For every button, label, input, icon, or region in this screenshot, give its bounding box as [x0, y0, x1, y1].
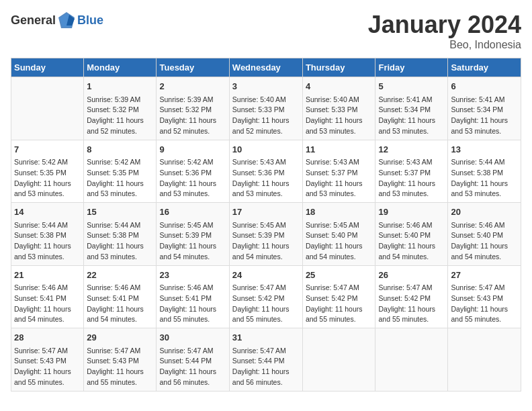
cell-content: Sunrise: 5:39 AM Sunset: 5:32 PM Dayligh… — [87, 95, 153, 137]
cell-content: Sunrise: 5:40 AM Sunset: 5:33 PM Dayligh… — [232, 95, 300, 137]
calendar-cell: 7Sunrise: 5:42 AM Sunset: 5:35 PM Daylig… — [11, 140, 84, 203]
cell-content: Sunrise: 5:43 AM Sunset: 5:37 PM Dayligh… — [378, 157, 445, 199]
calendar-cell: 31Sunrise: 5:47 AM Sunset: 5:44 PM Dayli… — [229, 328, 302, 392]
cell-content: Sunrise: 5:46 AM Sunset: 5:41 PM Dayligh… — [87, 283, 153, 325]
calendar-cell: 11Sunrise: 5:43 AM Sunset: 5:37 PM Dayli… — [302, 140, 375, 203]
cell-content: Sunrise: 5:47 AM Sunset: 5:42 PM Dayligh… — [306, 283, 373, 325]
cell-content: Sunrise: 5:40 AM Sunset: 5:33 PM Dayligh… — [306, 95, 373, 137]
day-number: 1 — [87, 80, 153, 93]
calendar-cell: 22Sunrise: 5:46 AM Sunset: 5:41 PM Dayli… — [84, 265, 157, 328]
day-number: 9 — [159, 143, 226, 156]
calendar-cell: 27Sunrise: 5:47 AM Sunset: 5:43 PM Dayli… — [448, 265, 521, 328]
header-cell-friday: Friday — [375, 58, 448, 77]
calendar-cell: 23Sunrise: 5:46 AM Sunset: 5:41 PM Dayli… — [157, 265, 229, 328]
week-row-3: 14Sunrise: 5:44 AM Sunset: 5:38 PM Dayli… — [11, 203, 521, 266]
cell-content: Sunrise: 5:47 AM Sunset: 5:43 PM Dayligh… — [14, 346, 81, 388]
calendar-cell: 20Sunrise: 5:46 AM Sunset: 5:40 PM Dayli… — [448, 203, 521, 266]
cell-content: Sunrise: 5:45 AM Sunset: 5:40 PM Dayligh… — [306, 220, 373, 263]
cell-content: Sunrise: 5:47 AM Sunset: 5:43 PM Dayligh… — [87, 346, 153, 388]
cell-content: Sunrise: 5:47 AM Sunset: 5:44 PM Dayligh… — [232, 346, 300, 388]
day-number: 24 — [232, 269, 300, 282]
day-number: 2 — [159, 80, 226, 93]
calendar-cell: 19Sunrise: 5:46 AM Sunset: 5:40 PM Dayli… — [375, 203, 448, 266]
day-number: 19 — [378, 205, 445, 219]
day-number: 13 — [451, 143, 518, 156]
calendar-table: SundayMondayTuesdayWednesdayThursdayFrid… — [11, 58, 521, 392]
header-cell-tuesday: Tuesday — [157, 58, 229, 77]
day-number: 15 — [87, 205, 153, 219]
header-row: SundayMondayTuesdayWednesdayThursdayFrid… — [11, 58, 521, 77]
cell-content: Sunrise: 5:47 AM Sunset: 5:43 PM Dayligh… — [451, 283, 518, 325]
week-row-5: 28Sunrise: 5:47 AM Sunset: 5:43 PM Dayli… — [11, 328, 521, 392]
header-cell-saturday: Saturday — [448, 58, 521, 77]
cell-content: Sunrise: 5:47 AM Sunset: 5:42 PM Dayligh… — [378, 283, 445, 325]
page-header: General Blue January 2024 Beo, Indonesia — [11, 11, 521, 51]
calendar-cell: 1Sunrise: 5:39 AM Sunset: 5:32 PM Daylig… — [84, 77, 157, 140]
cell-content: Sunrise: 5:43 AM Sunset: 5:36 PM Dayligh… — [232, 157, 300, 199]
location-title: Beo, Indonesia — [368, 39, 521, 51]
calendar-cell: 16Sunrise: 5:45 AM Sunset: 5:39 PM Dayli… — [157, 203, 229, 266]
day-number: 6 — [451, 80, 518, 93]
cell-content: Sunrise: 5:45 AM Sunset: 5:39 PM Dayligh… — [232, 220, 300, 263]
day-number: 21 — [14, 269, 81, 282]
day-number: 25 — [306, 269, 373, 282]
cell-content: Sunrise: 5:47 AM Sunset: 5:42 PM Dayligh… — [232, 283, 300, 325]
calendar-cell: 17Sunrise: 5:45 AM Sunset: 5:39 PM Dayli… — [229, 203, 302, 266]
calendar-cell: 6Sunrise: 5:41 AM Sunset: 5:34 PM Daylig… — [448, 77, 521, 140]
calendar-cell — [448, 328, 521, 392]
calendar-cell: 21Sunrise: 5:46 AM Sunset: 5:41 PM Dayli… — [11, 265, 84, 328]
day-number: 28 — [14, 331, 81, 345]
calendar-cell: 14Sunrise: 5:44 AM Sunset: 5:38 PM Dayli… — [11, 203, 84, 266]
week-row-2: 7Sunrise: 5:42 AM Sunset: 5:35 PM Daylig… — [11, 140, 521, 203]
header-cell-wednesday: Wednesday — [229, 58, 302, 77]
cell-content: Sunrise: 5:47 AM Sunset: 5:44 PM Dayligh… — [159, 346, 226, 388]
cell-content: Sunrise: 5:46 AM Sunset: 5:40 PM Dayligh… — [378, 220, 445, 263]
day-number: 30 — [159, 331, 226, 345]
day-number: 4 — [306, 80, 373, 93]
cell-content: Sunrise: 5:39 AM Sunset: 5:32 PM Dayligh… — [159, 95, 226, 137]
cell-content: Sunrise: 5:41 AM Sunset: 5:34 PM Dayligh… — [378, 95, 445, 137]
day-number: 12 — [378, 143, 445, 156]
day-number: 3 — [232, 80, 300, 93]
cell-content: Sunrise: 5:43 AM Sunset: 5:37 PM Dayligh… — [306, 157, 373, 199]
calendar-cell: 18Sunrise: 5:45 AM Sunset: 5:40 PM Dayli… — [302, 203, 375, 266]
calendar-cell: 8Sunrise: 5:42 AM Sunset: 5:35 PM Daylig… — [84, 140, 157, 203]
cell-content: Sunrise: 5:42 AM Sunset: 5:35 PM Dayligh… — [87, 157, 153, 199]
day-number: 8 — [87, 143, 153, 156]
day-number: 29 — [87, 331, 153, 345]
calendar-cell: 28Sunrise: 5:47 AM Sunset: 5:43 PM Dayli… — [11, 328, 84, 392]
logo-icon — [57, 11, 76, 30]
calendar-cell: 25Sunrise: 5:47 AM Sunset: 5:42 PM Dayli… — [302, 265, 375, 328]
day-number: 16 — [159, 205, 226, 219]
month-title: January 2024 — [368, 11, 521, 39]
cell-content: Sunrise: 5:42 AM Sunset: 5:35 PM Dayligh… — [14, 157, 81, 199]
calendar-cell — [302, 328, 375, 392]
cell-content: Sunrise: 5:44 AM Sunset: 5:38 PM Dayligh… — [451, 157, 518, 199]
day-number: 5 — [378, 80, 445, 93]
cell-content: Sunrise: 5:46 AM Sunset: 5:40 PM Dayligh… — [451, 220, 518, 263]
calendar-cell: 9Sunrise: 5:42 AM Sunset: 5:36 PM Daylig… — [157, 140, 229, 203]
calendar-cell: 29Sunrise: 5:47 AM Sunset: 5:43 PM Dayli… — [84, 328, 157, 392]
day-number: 10 — [232, 143, 300, 156]
cell-content: Sunrise: 5:44 AM Sunset: 5:38 PM Dayligh… — [14, 220, 81, 263]
calendar-cell: 12Sunrise: 5:43 AM Sunset: 5:37 PM Dayli… — [375, 140, 448, 203]
header-cell-sunday: Sunday — [11, 58, 84, 77]
cell-content: Sunrise: 5:46 AM Sunset: 5:41 PM Dayligh… — [159, 283, 226, 325]
logo: General Blue — [11, 11, 103, 30]
logo-blue: Blue — [77, 13, 103, 28]
week-row-4: 21Sunrise: 5:46 AM Sunset: 5:41 PM Dayli… — [11, 265, 521, 328]
header-cell-monday: Monday — [84, 58, 157, 77]
cell-content: Sunrise: 5:42 AM Sunset: 5:36 PM Dayligh… — [159, 157, 226, 199]
day-number: 20 — [451, 205, 518, 219]
day-number: 18 — [306, 205, 373, 219]
calendar-cell: 30Sunrise: 5:47 AM Sunset: 5:44 PM Dayli… — [157, 328, 229, 392]
calendar-cell: 3Sunrise: 5:40 AM Sunset: 5:33 PM Daylig… — [229, 77, 302, 140]
calendar-cell: 26Sunrise: 5:47 AM Sunset: 5:42 PM Dayli… — [375, 265, 448, 328]
calendar-cell — [11, 77, 84, 140]
day-number: 17 — [232, 205, 300, 219]
title-block: January 2024 Beo, Indonesia — [368, 11, 521, 51]
day-number: 31 — [232, 331, 300, 345]
day-number: 14 — [14, 205, 81, 219]
day-number: 11 — [306, 143, 373, 156]
day-number: 27 — [451, 269, 518, 282]
